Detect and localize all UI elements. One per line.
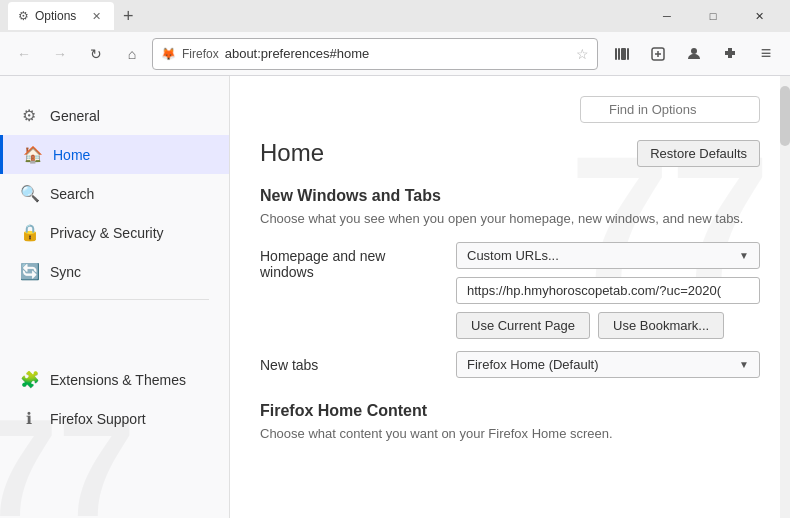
page-title-row: Home Restore Defaults	[260, 139, 760, 167]
use-bookmark-button[interactable]: Use Bookmark...	[598, 312, 724, 339]
extensions-button[interactable]	[714, 38, 746, 70]
general-icon: ⚙	[20, 106, 38, 125]
new-tabs-row: New tabs Firefox Home (Default) ▼	[260, 351, 760, 378]
firefox-icon: 🦊	[161, 47, 176, 61]
find-options-input[interactable]	[580, 96, 760, 123]
lock-icon: 🔒	[20, 223, 38, 242]
new-windows-tabs-desc: Choose what you see when you open your h…	[260, 211, 760, 226]
content-area: 77 🔍 Home Restore Defaults New Windows a…	[230, 76, 790, 518]
tab-bar: ⚙ Options ✕ +	[8, 0, 644, 32]
tab-icon: ⚙	[18, 9, 29, 23]
sidebar-item-extensions[interactable]: 🧩 Extensions & Themes	[0, 360, 229, 399]
find-options-bar: 🔍	[260, 96, 760, 123]
svg-rect-0	[615, 48, 617, 60]
address-brand: Firefox	[182, 47, 219, 61]
home-button[interactable]: ⌂	[116, 38, 148, 70]
sidebar-divider	[20, 299, 209, 300]
new-tabs-dropdown[interactable]: Firefox Home (Default) ▼	[456, 351, 760, 378]
navbar: ← → ↻ ⌂ 🦊 Firefox about:preferences#home…	[0, 32, 790, 76]
address-bar[interactable]: 🦊 Firefox about:preferences#home ☆	[152, 38, 598, 70]
reload-button[interactable]: ↻	[80, 38, 112, 70]
maximize-button[interactable]: □	[690, 0, 736, 32]
main-layout: 77 ⚙ General 🏠 Home 🔍 Search 🔒 Privacy &…	[0, 76, 790, 518]
new-tabs-dropdown-value: Firefox Home (Default)	[467, 357, 598, 372]
close-button[interactable]: ✕	[736, 0, 782, 32]
svg-point-7	[691, 48, 697, 54]
sidebar-label-extensions: Extensions & Themes	[50, 372, 186, 388]
chevron-down-icon: ▼	[739, 250, 749, 261]
address-url: about:preferences#home	[225, 46, 570, 61]
sidebar-label-general: General	[50, 108, 100, 124]
library-button[interactable]	[606, 38, 638, 70]
sidebar-item-privacy[interactable]: 🔒 Privacy & Security	[0, 213, 229, 252]
new-tab-button[interactable]: +	[114, 2, 142, 30]
new-windows-tabs-section: New Windows and Tabs Choose what you see…	[260, 187, 760, 378]
sidebar-label-sync: Sync	[50, 264, 81, 280]
use-current-page-button[interactable]: Use Current Page	[456, 312, 590, 339]
search-icon: 🔍	[20, 184, 38, 203]
extensions-icon: 🧩	[20, 370, 38, 389]
page-title: Home	[260, 139, 324, 167]
minimize-button[interactable]: ─	[644, 0, 690, 32]
scrollbar-thumb[interactable]	[780, 86, 790, 146]
home-content-section: Firefox Home Content Choose what content…	[260, 402, 760, 441]
sidebar-item-general[interactable]: ⚙ General	[0, 96, 229, 135]
sidebar-label-privacy: Privacy & Security	[50, 225, 164, 241]
sync-icon-btn[interactable]	[642, 38, 674, 70]
sidebar-label-home: Home	[53, 147, 90, 163]
home-icon: 🏠	[23, 145, 41, 164]
menu-button[interactable]: ≡	[750, 38, 782, 70]
back-button[interactable]: ←	[8, 38, 40, 70]
find-options-wrapper: 🔍	[580, 96, 760, 123]
sync-icon: 🔄	[20, 262, 38, 281]
sidebar-item-home[interactable]: 🏠 Home	[0, 135, 229, 174]
toolbar-icons: ≡	[606, 38, 782, 70]
homepage-label: Homepage and new windows	[260, 242, 440, 280]
new-tabs-label: New tabs	[260, 351, 440, 373]
url-input[interactable]	[456, 277, 760, 304]
restore-defaults-button[interactable]: Restore Defaults	[637, 140, 760, 167]
home-content-desc: Choose what content you want on your Fir…	[260, 426, 760, 441]
new-tabs-control: Firefox Home (Default) ▼	[456, 351, 760, 378]
sidebar-item-search[interactable]: 🔍 Search	[0, 174, 229, 213]
svg-rect-1	[618, 48, 620, 60]
account-button[interactable]	[678, 38, 710, 70]
homepage-dropdown[interactable]: Custom URLs... ▼	[456, 242, 760, 269]
active-tab[interactable]: ⚙ Options ✕	[8, 2, 114, 30]
homepage-row: Homepage and new windows Custom URLs... …	[260, 242, 760, 339]
bookmark-star-icon[interactable]: ☆	[576, 46, 589, 62]
window-controls: ─ □ ✕	[644, 0, 782, 32]
new-tabs-chevron-icon: ▼	[739, 359, 749, 370]
homepage-dropdown-value: Custom URLs...	[467, 248, 559, 263]
homepage-btn-row: Use Current Page Use Bookmark...	[456, 312, 760, 339]
sidebar-item-sync[interactable]: 🔄 Sync	[0, 252, 229, 291]
sidebar-item-support[interactable]: ℹ Firefox Support	[0, 399, 229, 438]
home-content-title: Firefox Home Content	[260, 402, 760, 420]
tab-close-button[interactable]: ✕	[88, 8, 104, 24]
tab-label: Options	[35, 9, 76, 23]
svg-rect-2	[621, 48, 626, 60]
new-windows-tabs-title: New Windows and Tabs	[260, 187, 760, 205]
scrollbar[interactable]	[780, 76, 790, 518]
homepage-control: Custom URLs... ▼ Use Current Page Use Bo…	[456, 242, 760, 339]
svg-rect-3	[627, 48, 629, 60]
sidebar-label-support: Firefox Support	[50, 411, 146, 427]
titlebar: ⚙ Options ✕ + ─ □ ✕	[0, 0, 790, 32]
support-icon: ℹ	[20, 409, 38, 428]
sidebar-label-search: Search	[50, 186, 94, 202]
forward-button[interactable]: →	[44, 38, 76, 70]
sidebar: 77 ⚙ General 🏠 Home 🔍 Search 🔒 Privacy &…	[0, 76, 230, 518]
